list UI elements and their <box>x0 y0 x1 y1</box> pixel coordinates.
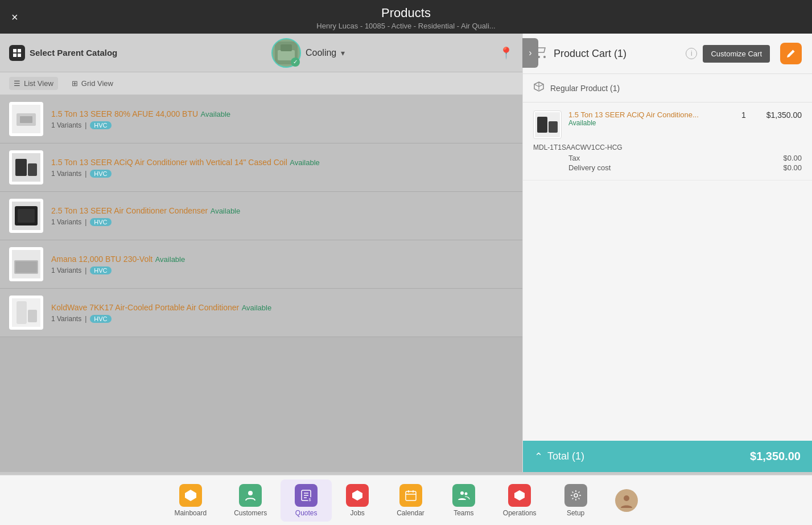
page-title: Products <box>0 6 812 20</box>
product-name: 1.5 Ton 13 SEER ACiQ Air Conditioner wit… <box>51 157 513 167</box>
catalog-bar: Select Parent Catalog ✓ Cooling ▾ <box>0 34 522 72</box>
nav-item-operations[interactable]: Operations <box>489 479 550 522</box>
svg-rect-2 <box>13 54 17 57</box>
hvc-tag: HVC <box>90 266 111 274</box>
cart-item-model: MDL-1T1SAACWV1CC-HCG <box>533 143 802 151</box>
product-thumbnail <box>9 247 43 281</box>
delivery-label: Delivery cost <box>568 163 611 172</box>
setup-icon <box>564 484 587 507</box>
cart-item-row: 1.5 Ton 13 SEER ACiQ Air Conditione... A… <box>533 110 802 139</box>
product-info: Amana 12,000 BTU 230-Volt Available 1 Va… <box>51 254 513 274</box>
product-meta: 1 Variants | HVC <box>51 170 513 178</box>
svg-point-40 <box>460 491 464 495</box>
calendar-icon <box>399 484 422 507</box>
quotes-icon: $ <box>295 484 318 507</box>
catalog-right: 📍 <box>499 46 513 60</box>
customize-cart-button[interactable]: Customize Cart <box>703 45 770 63</box>
product-list: 1.5 Ton 13 SEER 80% AFUE 44,000 BTU Avai… <box>0 95 522 472</box>
product-item[interactable]: 2.5 Ton 13 SEER Air Conditioner Condense… <box>0 192 522 240</box>
product-name: Amana 12,000 BTU 230-Volt Available <box>51 254 513 264</box>
header: × Products Henry Lucas - 10085 - Active … <box>0 0 812 34</box>
svg-rect-25 <box>537 117 547 133</box>
product-info: 1.5 Ton 13 SEER ACiQ Air Conditioner wit… <box>51 157 513 178</box>
info-icon[interactable]: i <box>686 48 697 59</box>
jobs-icon <box>346 484 369 507</box>
svg-rect-9 <box>20 116 32 123</box>
view-toggle: ☰ List View ⊞ Grid View <box>0 72 522 95</box>
grid-view-button[interactable]: ⊞ Grid View <box>67 77 118 90</box>
main-layout: Select Parent Catalog ✓ Cooling ▾ <box>0 34 812 472</box>
cart-total[interactable]: ⌃ Total (1) $1,350.00 <box>523 441 812 472</box>
cart-item-delivery-row: Delivery cost $0.00 <box>533 163 802 172</box>
delivery-amount: $0.00 <box>783 163 802 172</box>
nav-item-calendar[interactable]: Calendar <box>383 479 438 522</box>
right-panel: Product Cart (1) i Customize Cart Regula… <box>522 34 812 472</box>
list-view-label: List View <box>24 79 53 88</box>
bottom-nav: Mainboard Customers $ Quotes Jobs Calend… <box>0 475 812 525</box>
grid-view-icon: ⊞ <box>72 79 78 88</box>
product-thumbnail <box>9 199 43 233</box>
svg-point-41 <box>464 492 467 495</box>
product-info: KoldWave 7KK17 Air-Cooled Portable Air C… <box>51 302 513 323</box>
nav-item-jobs[interactable]: Jobs <box>332 479 383 522</box>
product-item[interactable]: 1.5 Ton 13 SEER 80% AFUE 44,000 BTU Avai… <box>0 95 522 143</box>
tax-label: Tax <box>568 154 580 162</box>
customers-icon <box>239 484 262 507</box>
chevron-up-icon: ⌃ <box>534 450 543 463</box>
nav-item-quotes[interactable]: $ Quotes <box>281 479 332 522</box>
product-info: 2.5 Ton 13 SEER Air Conditioner Condense… <box>51 206 513 226</box>
hvc-tag: HVC <box>90 121 111 129</box>
tax-amount: $0.00 <box>783 154 802 162</box>
cart-spacer <box>523 181 812 441</box>
product-name: KoldWave 7KK17 Air-Cooled Portable Air C… <box>51 302 513 313</box>
location-icon[interactable]: 📍 <box>499 47 513 59</box>
user-avatar <box>615 489 638 512</box>
nav-item-customers[interactable]: Customers <box>220 479 281 522</box>
nav-item-setup[interactable]: Setup <box>550 479 601 522</box>
close-button[interactable]: × <box>11 10 18 23</box>
svg-point-43 <box>574 494 578 497</box>
catalog-image-wrap: ✓ <box>271 38 301 68</box>
catalog-center: ✓ Cooling ▾ <box>117 38 499 68</box>
svg-rect-21 <box>28 310 37 322</box>
product-item[interactable]: 1.5 Ton 13 SEER ACiQ Air Conditioner wit… <box>0 143 522 192</box>
cube-icon <box>533 81 545 95</box>
product-meta: 1 Variants | HVC <box>51 266 513 274</box>
cart-item-tax-row: Tax $0.00 <box>533 154 802 162</box>
svg-rect-18 <box>15 261 37 273</box>
chevron-down-icon[interactable]: ▾ <box>341 48 345 58</box>
svg-rect-36 <box>406 491 416 501</box>
product-thumbnail <box>9 102 43 136</box>
svg-point-23 <box>543 56 546 58</box>
catalog-name-label: Cooling <box>306 48 336 58</box>
svg-rect-6 <box>281 44 292 51</box>
list-view-button[interactable]: ☰ List View <box>9 77 58 90</box>
expand-arrow-button[interactable]: › <box>522 38 538 68</box>
svg-rect-12 <box>28 163 37 176</box>
mainboard-label: Mainboard <box>174 509 207 517</box>
edit-icon-button[interactable] <box>780 43 802 64</box>
nav-item-avatar[interactable] <box>601 485 652 516</box>
nav-item-teams[interactable]: Teams <box>438 479 489 522</box>
cart-item-name: 1.5 Ton 13 SEER ACiQ Air Conditione... <box>568 110 731 119</box>
operations-icon <box>508 484 531 507</box>
catalog-select-label: Select Parent Catalog <box>30 48 117 58</box>
nav-item-mainboard[interactable]: Mainboard <box>160 479 220 522</box>
product-item[interactable]: Amana 12,000 BTU 230-Volt Available 1 Va… <box>0 240 522 289</box>
cart-item-thumbnail <box>533 110 562 139</box>
product-name: 1.5 Ton 13 SEER 80% AFUE 44,000 BTU Avai… <box>51 109 513 119</box>
svg-marker-35 <box>352 490 362 501</box>
product-item[interactable]: KoldWave 7KK17 Air-Cooled Portable Air C… <box>0 289 522 337</box>
product-meta: 1 Variants | HVC <box>51 121 513 129</box>
catalog-select[interactable]: Select Parent Catalog <box>9 45 117 61</box>
hvc-tag: HVC <box>90 218 111 226</box>
cart-section-header: Regular Product (1) <box>523 74 812 102</box>
cart-item-availability: Available <box>568 119 731 127</box>
cart-header: Product Cart (1) i Customize Cart <box>523 34 812 74</box>
cart-title: Product Cart (1) <box>554 48 680 60</box>
product-info: 1.5 Ton 13 SEER 80% AFUE 44,000 BTU Avai… <box>51 109 513 129</box>
checkmark-icon: ✓ <box>291 58 300 67</box>
product-name: 2.5 Ton 13 SEER Air Conditioner Condense… <box>51 206 513 216</box>
svg-rect-26 <box>549 121 558 133</box>
svg-rect-0 <box>13 49 17 52</box>
